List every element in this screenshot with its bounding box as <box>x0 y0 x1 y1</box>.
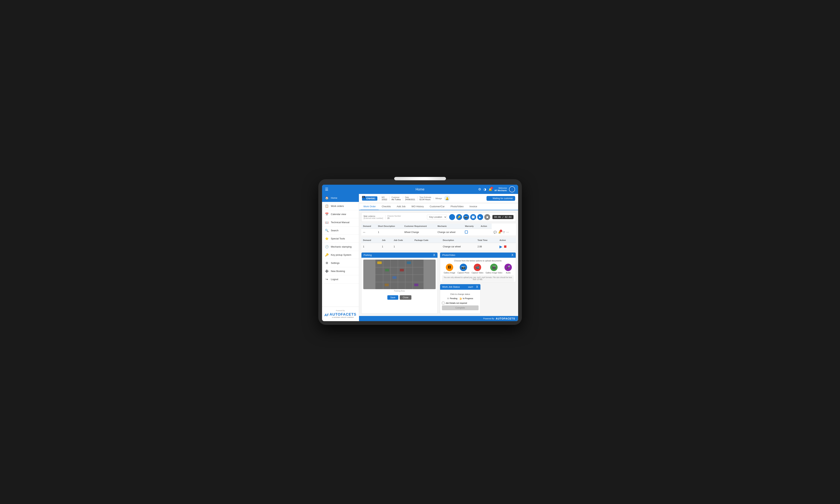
user-avatar[interactable]: 👤 <box>509 186 515 192</box>
home-icon: 🏠 <box>325 196 329 200</box>
status-start-button[interactable]: start!! <box>467 285 475 289</box>
logout-icon: ↪ <box>325 277 329 281</box>
svg-rect-15 <box>385 284 389 286</box>
stop-button[interactable]: ⏹ <box>503 245 507 249</box>
sidebar-item-home[interactable]: 🏠 Home <box>322 194 359 202</box>
complete-button[interactable]: Complete <box>442 305 478 310</box>
photo-video-body: Choose from the below options to upload … <box>440 258 516 282</box>
tab-invoice[interactable]: Invoice <box>467 203 480 210</box>
parking-save-button[interactable]: Save <box>387 295 398 300</box>
shield-icon[interactable]: 🛡 <box>503 231 505 234</box>
notification-icon[interactable]: 🔔 1 <box>489 187 492 191</box>
col-total-time: Total Time <box>476 238 497 243</box>
hamburger-icon[interactable]: ☰ <box>325 187 328 192</box>
matr-orderno-field: Matr orderno [External order number] <box>364 215 383 219</box>
parking-panel-footer: Save Close <box>362 294 437 301</box>
in-progress-icon: ◑ <box>459 297 462 300</box>
in-progress-option[interactable]: ◑ In Progress <box>459 297 473 300</box>
row-job-code: 1 <box>392 243 413 250</box>
capture-photo-option[interactable]: 📷 Capture Photo <box>457 264 470 274</box>
tab-photo-video[interactable]: Photo/Video <box>448 203 467 210</box>
sidebar-item-technical-manual[interactable]: 📖 Technical Manual <box>322 218 359 227</box>
parking-icon-btn[interactable]: 🅿 <box>470 214 476 220</box>
work-orders-icon: 📋 <box>325 204 329 208</box>
technical-manual-icon: 📖 <box>325 220 329 224</box>
new-booking-icon: ➕ <box>325 269 329 273</box>
sidebar-item-key-pickup[interactable]: 🔑 Key pickup System <box>322 251 359 259</box>
footer-bar: Powered By AUTOFACETS <box>359 316 518 321</box>
special-tools-icon: ⭐ <box>325 237 329 240</box>
capture-video-icon: 📹 <box>474 264 481 271</box>
waiting-status-badge[interactable]: 👤 Waiting for customer <box>487 196 515 201</box>
play-icon-btn[interactable]: ▶ <box>477 214 483 220</box>
stop-icon-btn[interactable]: ⏹ <box>484 214 490 220</box>
night-mode-icon[interactable]: ◑ <box>483 187 486 191</box>
status-options: ○ Pending ◑ In Progress <box>442 297 478 300</box>
job-details-checkbox[interactable] <box>442 302 444 304</box>
col-job: Job <box>380 238 392 243</box>
row-job: 1 <box>380 243 392 250</box>
sidebar-item-settings[interactable]: ⚙ Settings <box>322 259 359 267</box>
camera-icon-btn[interactable]: 📷 <box>463 214 469 220</box>
parking-caption: Parking Area <box>363 290 436 292</box>
audio-option[interactable]: 🎤 Audio <box>505 264 512 274</box>
profile-icon-btn[interactable]: 👤 <box>449 214 455 220</box>
row-warranty <box>479 229 492 236</box>
col-warranty: Warranty <box>463 223 479 229</box>
parking-close-btn[interactable]: Close <box>400 295 412 300</box>
key-pickup-icon: 🔑 <box>325 253 329 257</box>
tab-checklis[interactable]: Checklis <box>379 203 393 210</box>
row-qty: 1 <box>376 229 403 236</box>
logo-af: AF <box>324 313 329 317</box>
pending-option[interactable]: ○ Pending <box>447 297 457 300</box>
gallery-video-option[interactable]: 🎬 Gallery Image Video <box>486 264 502 274</box>
sidebar-item-new-booking[interactable]: ➕ New Booking <box>322 267 359 275</box>
tab-customer-car[interactable]: Customer/Car <box>427 203 448 210</box>
sidebar-item-special-tools[interactable]: ⭐ Special Tools <box>322 235 359 243</box>
key-location-select[interactable]: Key Location <box>427 215 447 219</box>
row-total-time: 2.08 <box>476 243 497 250</box>
sidebar-item-calendar-view[interactable]: 📅 Calendar view <box>322 210 359 218</box>
svg-rect-6 <box>398 259 398 289</box>
mileage-field: Mileage <box>433 197 442 199</box>
gallery-image-option[interactable]: 🖼 Gallery Image <box>444 264 455 274</box>
top-bar-icons: ⚙ ◑ 🔔 1 Welcome AF Mechanic 👤 <box>478 186 515 192</box>
parking-panel: Parking X <box>361 252 438 314</box>
svg-rect-3 <box>375 282 423 282</box>
key-icon-btn[interactable]: 🔑 <box>456 214 462 220</box>
timer-display: 00:06 / 02:04 <box>492 215 513 219</box>
demand-table: Demand Short Description Customer Requir… <box>361 223 516 236</box>
sidebar-item-work-orders[interactable]: 📋 Work orders <box>322 202 359 210</box>
search-icon: 🔍 <box>325 229 329 232</box>
footer-logo: AUTOFACETS <box>496 317 515 320</box>
mechanic-checkbox[interactable] <box>465 231 468 234</box>
row-mechanic <box>463 229 479 236</box>
sidebar-item-search[interactable]: 🔍 Search <box>322 227 359 235</box>
svg-rect-13 <box>407 262 411 264</box>
col-description: Description <box>441 238 476 243</box>
photo-video-panel: Photo/Video X Choose from the below opti… <box>440 252 516 282</box>
tab-work-order[interactable]: Work Order <box>361 203 379 210</box>
svg-rect-14 <box>414 284 418 286</box>
alert-icon[interactable]: 🔔 1 <box>498 230 502 234</box>
status-close-button[interactable]: X <box>476 286 478 288</box>
tab-wo-history[interactable]: WO History <box>408 203 426 210</box>
click-to-change: Click to change status <box>442 293 478 295</box>
row-description: Change car wheel <box>441 243 476 250</box>
settings-icon[interactable]: ⚙ <box>478 187 481 191</box>
more-options-icon[interactable]: ⋯ <box>506 231 509 234</box>
capture-video-option[interactable]: 📹 Capture Video <box>472 264 483 274</box>
parking-close-button[interactable]: X <box>433 254 435 257</box>
play-button[interactable]: ▶ <box>500 245 502 249</box>
chat-icon[interactable]: 💬 <box>493 231 497 234</box>
sidebar-item-logout[interactable]: ↪ Logout <box>322 275 359 284</box>
col-customer-req: Customer Requirement <box>403 223 436 229</box>
col-job-code: Job Code <box>392 238 413 243</box>
bell-button[interactable]: 🔔 <box>444 195 450 201</box>
capture-photo-icon: 📷 <box>460 264 467 271</box>
photo-video-header: Photo/Video X <box>440 253 516 258</box>
tab-add-job[interactable]: Add Job <box>394 203 409 210</box>
photo-video-close-button[interactable]: X <box>511 254 513 257</box>
svg-rect-5 <box>390 259 391 289</box>
sidebar-item-mechanic-stamping[interactable]: 🕐 Mechanic stamping <box>322 243 359 251</box>
